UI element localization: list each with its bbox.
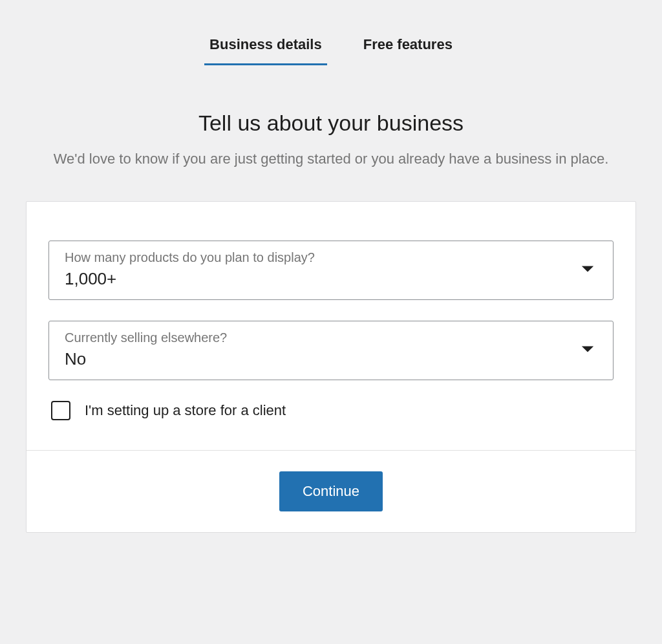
client-checkbox-label: I'm setting up a store for a client [85, 402, 286, 419]
selling-elsewhere-value: No [65, 349, 86, 369]
page-header: Tell us about your business We'd love to… [26, 111, 636, 170]
product-count-select[interactable]: How many products do you plan to display… [48, 241, 614, 300]
tab-bar: Business details Free features [26, 26, 636, 65]
page-title: Tell us about your business [26, 111, 636, 136]
continue-button[interactable]: Continue [279, 471, 383, 511]
tab-business-details[interactable]: Business details [204, 26, 327, 65]
product-count-value: 1,000+ [65, 269, 116, 288]
product-count-label: How many products do you plan to display… [65, 250, 597, 265]
form-footer: Continue [27, 450, 635, 532]
form-body: How many products do you plan to display… [27, 202, 635, 450]
onboarding-container: Business details Free features Tell us a… [0, 0, 662, 559]
chevron-down-icon [581, 345, 595, 356]
form-card: How many products do you plan to display… [26, 201, 636, 533]
client-checkbox[interactable] [51, 401, 70, 420]
client-checkbox-row: I'm setting up a store for a client [48, 401, 614, 427]
selling-elsewhere-select[interactable]: Currently selling elsewhere? No [48, 321, 614, 380]
tab-free-features[interactable]: Free features [358, 26, 458, 65]
page-subtitle: We'd love to know if you are just gettin… [34, 147, 628, 170]
selling-elsewhere-label: Currently selling elsewhere? [65, 330, 597, 345]
chevron-down-icon [581, 264, 595, 276]
